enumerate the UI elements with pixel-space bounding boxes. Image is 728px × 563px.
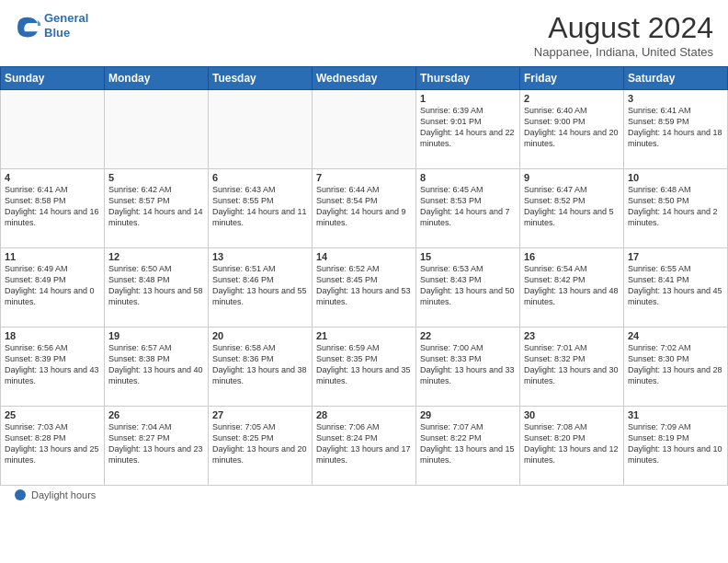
day-info: Sunrise: 7:01 AM Sunset: 8:32 PM Dayligh… [524,342,620,387]
calendar-cell: 14 Sunrise: 6:52 AM Sunset: 8:45 PM Dayl… [313,248,416,327]
day-number: 8 [420,172,516,183]
day-info: Sunrise: 6:59 AM Sunset: 8:35 PM Dayligh… [316,342,412,387]
daylight: Daylight: 13 hours and 30 minutes. [524,365,619,385]
calendar-cell: 12 Sunrise: 6:50 AM Sunset: 8:48 PM Dayl… [105,248,209,327]
daylight: Daylight: 14 hours and 7 minutes. [420,207,510,227]
sunrise: Sunrise: 7:09 AM [628,422,691,431]
daylight: Daylight: 13 hours and 53 minutes. [316,286,411,306]
calendar-cell: 16 Sunrise: 6:54 AM Sunset: 8:42 PM Dayl… [520,248,624,327]
day-info: Sunrise: 7:09 AM Sunset: 8:19 PM Dayligh… [628,421,723,466]
daylight: Daylight: 13 hours and 15 minutes. [420,444,515,465]
weekday-saturday: Saturday [624,67,728,90]
day-info: Sunrise: 6:40 AM Sunset: 9:00 PM Dayligh… [524,105,620,150]
week-row-1: 1 Sunrise: 6:39 AM Sunset: 9:01 PM Dayli… [1,90,728,169]
weekday-friday: Friday [520,67,624,90]
day-info: Sunrise: 6:44 AM Sunset: 8:54 PM Dayligh… [316,184,412,229]
daylight: Daylight: 14 hours and 20 minutes. [524,128,619,148]
calendar-cell: 4 Sunrise: 6:41 AM Sunset: 8:58 PM Dayli… [1,169,105,248]
week-row-5: 25 Sunrise: 7:03 AM Sunset: 8:28 PM Dayl… [1,407,728,486]
weekday-sunday: Sunday [1,67,105,90]
day-info: Sunrise: 7:02 AM Sunset: 8:30 PM Dayligh… [628,342,723,387]
day-number: 19 [108,330,204,341]
daylight: Daylight: 13 hours and 50 minutes. [420,286,515,306]
sunrise: Sunrise: 6:59 AM [316,343,380,352]
location: Nappanee, Indiana, United States [534,45,713,59]
day-number: 25 [5,409,100,420]
sunset: Sunset: 8:53 PM [420,196,482,205]
sunrise: Sunrise: 6:48 AM [628,185,691,194]
daylight: Daylight: 13 hours and 23 minutes. [108,444,203,465]
sunset: Sunset: 8:42 PM [524,275,586,284]
sunset: Sunset: 8:41 PM [628,275,689,284]
day-info: Sunrise: 6:58 AM Sunset: 8:36 PM Dayligh… [212,342,308,387]
calendar-cell: 20 Sunrise: 6:58 AM Sunset: 8:36 PM Dayl… [209,327,313,407]
day-info: Sunrise: 6:39 AM Sunset: 9:01 PM Dayligh… [420,105,516,150]
logo-line1: General [44,11,88,25]
calendar-cell: 29 Sunrise: 7:07 AM Sunset: 8:22 PM Dayl… [416,407,520,486]
sunrise: Sunrise: 6:44 AM [316,185,380,194]
day-info: Sunrise: 6:55 AM Sunset: 8:41 PM Dayligh… [628,263,723,308]
day-number: 27 [212,409,308,420]
day-info: Sunrise: 6:56 AM Sunset: 8:39 PM Dayligh… [5,342,100,387]
sunrise: Sunrise: 6:54 AM [524,264,587,273]
sunset: Sunset: 8:58 PM [5,196,66,205]
day-info: Sunrise: 7:05 AM Sunset: 8:25 PM Dayligh… [212,421,308,466]
day-number: 7 [316,172,412,183]
calendar-cell: 8 Sunrise: 6:45 AM Sunset: 8:53 PM Dayli… [416,169,520,248]
calendar-cell: 7 Sunrise: 6:44 AM Sunset: 8:54 PM Dayli… [313,169,416,248]
title-block: August 2024 Nappanee, Indiana, United St… [534,11,713,59]
day-info: Sunrise: 7:00 AM Sunset: 8:33 PM Dayligh… [420,342,516,387]
calendar-cell: 13 Sunrise: 6:51 AM Sunset: 8:46 PM Dayl… [209,248,313,327]
calendar-cell: 23 Sunrise: 7:01 AM Sunset: 8:32 PM Dayl… [520,327,624,407]
day-number: 26 [108,409,204,420]
day-number: 11 [5,251,100,262]
daylight: Daylight: 13 hours and 58 minutes. [108,286,203,306]
day-info: Sunrise: 6:53 AM Sunset: 8:43 PM Dayligh… [420,263,516,308]
calendar-cell: 24 Sunrise: 7:02 AM Sunset: 8:30 PM Dayl… [624,327,728,407]
day-number: 10 [628,172,723,183]
day-info: Sunrise: 6:49 AM Sunset: 8:49 PM Dayligh… [5,263,100,308]
daylight-dot [15,489,26,500]
sunrise: Sunrise: 6:56 AM [5,343,68,352]
sunrise: Sunrise: 7:07 AM [420,422,483,431]
weekday-wednesday: Wednesday [313,67,416,90]
sunset: Sunset: 8:24 PM [316,433,378,442]
daylight: Daylight: 13 hours and 10 minutes. [628,444,722,465]
day-info: Sunrise: 6:52 AM Sunset: 8:45 PM Dayligh… [316,263,412,308]
calendar-cell [209,90,313,169]
day-info: Sunrise: 6:47 AM Sunset: 8:52 PM Dayligh… [524,184,620,229]
daylight: Daylight: 13 hours and 38 minutes. [212,365,307,385]
day-number: 14 [316,251,412,262]
sunrise: Sunrise: 6:49 AM [5,264,68,273]
calendar-cell: 26 Sunrise: 7:04 AM Sunset: 8:27 PM Dayl… [105,407,209,486]
sunrise: Sunrise: 6:41 AM [628,106,691,115]
day-info: Sunrise: 7:07 AM Sunset: 8:22 PM Dayligh… [420,421,516,466]
sunset: Sunset: 8:38 PM [108,354,170,363]
calendar-cell: 27 Sunrise: 7:05 AM Sunset: 8:25 PM Dayl… [209,407,313,486]
day-number: 6 [212,172,308,183]
day-info: Sunrise: 6:54 AM Sunset: 8:42 PM Dayligh… [524,263,620,308]
sunset: Sunset: 8:32 PM [524,354,586,363]
weekday-tuesday: Tuesday [209,67,313,90]
sunset: Sunset: 8:39 PM [5,354,66,363]
weekday-monday: Monday [105,67,209,90]
day-number: 31 [628,409,723,420]
day-number: 3 [628,93,723,104]
logo: General Blue [15,11,88,40]
sunrise: Sunrise: 6:42 AM [108,185,172,194]
sunrise: Sunrise: 6:51 AM [212,264,276,273]
sunset: Sunset: 8:19 PM [628,433,689,442]
week-row-3: 11 Sunrise: 6:49 AM Sunset: 8:49 PM Dayl… [1,248,728,327]
calendar-cell: 18 Sunrise: 6:56 AM Sunset: 8:39 PM Dayl… [1,327,105,407]
sunset: Sunset: 8:54 PM [316,196,378,205]
sunrise: Sunrise: 6:50 AM [108,264,172,273]
sunrise: Sunrise: 6:52 AM [316,264,380,273]
day-info: Sunrise: 6:45 AM Sunset: 8:53 PM Dayligh… [420,184,516,229]
daylight: Daylight: 14 hours and 0 minutes. [5,286,95,306]
sunrise: Sunrise: 6:47 AM [524,185,587,194]
calendar-cell: 30 Sunrise: 7:08 AM Sunset: 8:20 PM Dayl… [520,407,624,486]
daylight: Daylight: 13 hours and 35 minutes. [316,365,411,385]
sunset: Sunset: 9:01 PM [420,117,482,126]
day-number: 16 [524,251,620,262]
calendar-cell: 17 Sunrise: 6:55 AM Sunset: 8:41 PM Dayl… [624,248,728,327]
